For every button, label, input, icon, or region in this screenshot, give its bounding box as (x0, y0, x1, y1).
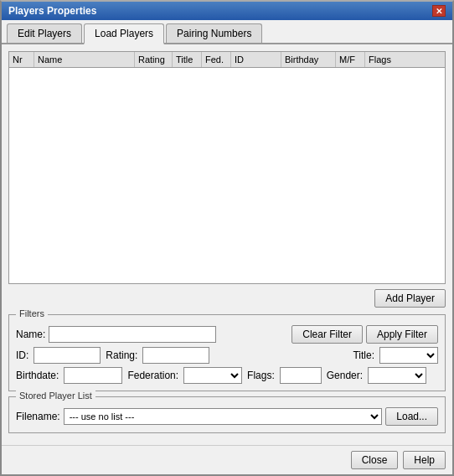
col-rating: Rating (135, 52, 173, 67)
name-input[interactable] (49, 326, 216, 343)
filter-birth-row: Birthdate: Federation: Flags: Gender: (16, 367, 438, 384)
gender-select[interactable] (368, 367, 426, 384)
filters-legend: Filters (16, 308, 48, 318)
main-window: Players Properties ✕ Edit Players Load P… (0, 0, 454, 476)
filename-select[interactable]: --- use no list --- (64, 408, 383, 425)
tab-content: Nr Name Rating Title Fed. ID Birthday M/… (2, 44, 452, 445)
table-header: Nr Name Rating Title Fed. ID Birthday M/… (9, 52, 445, 68)
stored-legend: Stored Player List (16, 391, 95, 401)
rating-label: Rating: (106, 349, 137, 361)
stored-row: Filename: --- use no list --- Load... (16, 407, 438, 426)
tab-edit-players[interactable]: Edit Players (7, 23, 82, 43)
col-birthday: Birthday (281, 52, 336, 67)
birthdate-input[interactable] (64, 367, 122, 384)
title-label: Title: (353, 349, 374, 361)
birthdate-label: Birthdate: (16, 370, 59, 381)
add-player-button[interactable]: Add Player (374, 289, 446, 308)
filters-group: Filters Name: Clear Filter Apply Filter … (8, 314, 446, 391)
apply-filter-button[interactable]: Apply Filter (366, 325, 438, 344)
federation-label: Federation: (127, 370, 178, 381)
stored-player-group: Stored Player List Filename: --- use no … (8, 396, 446, 433)
col-fed: Fed. (202, 52, 231, 67)
close-dialog-button[interactable]: Close (351, 451, 399, 469)
col-name: Name (34, 52, 135, 67)
col-flags: Flags (365, 52, 403, 67)
name-label: Name: (16, 329, 45, 340)
col-nr: Nr (9, 52, 34, 67)
title-bar: Players Properties ✕ (2, 2, 452, 20)
title-select[interactable] (379, 347, 438, 364)
help-button[interactable]: Help (403, 451, 446, 469)
flags-label: Flags: (247, 370, 275, 381)
federation-select[interactable] (183, 367, 242, 384)
flags-input[interactable] (280, 367, 322, 384)
id-label: ID: (16, 349, 28, 361)
col-mf: M/F (336, 52, 365, 67)
filter-id-row: ID: Rating: Title: (16, 347, 438, 364)
load-button[interactable]: Load... (385, 407, 438, 426)
tab-pairing-numbers[interactable]: Pairing Numbers (166, 23, 262, 43)
add-player-row: Add Player (8, 289, 446, 308)
clear-filter-button[interactable]: Clear Filter (291, 325, 363, 344)
close-button-titlebar[interactable]: ✕ (432, 5, 446, 17)
col-title: Title (173, 52, 202, 67)
filename-label: Filename: (16, 411, 60, 422)
rating-input[interactable] (142, 347, 209, 364)
bottom-bar: Close Help (2, 445, 452, 474)
id-input[interactable] (34, 347, 101, 364)
window-title: Players Properties (8, 5, 96, 17)
tab-load-players[interactable]: Load Players (84, 23, 164, 44)
tab-bar: Edit Players Load Players Pairing Number… (2, 20, 452, 44)
col-id: ID (231, 52, 281, 67)
filter-name-row: Name: Clear Filter Apply Filter (16, 325, 438, 344)
players-table[interactable]: Nr Name Rating Title Fed. ID Birthday M/… (8, 51, 446, 284)
gender-label: Gender: (327, 370, 363, 381)
